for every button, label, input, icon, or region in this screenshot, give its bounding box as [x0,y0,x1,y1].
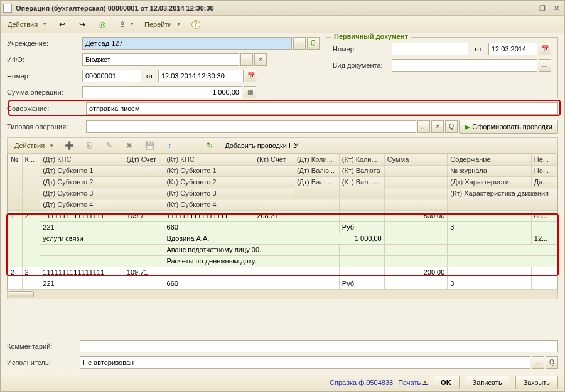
col-dt-qty[interactable]: (Дт) Коли... [294,154,339,166]
sum-label: Сумма операции: [7,88,80,96]
table-row[interactable]: Расчеты по денежным доку... [8,256,557,267]
copy-icon: ⎘ [84,140,94,151]
comment-label: Комментарий: [7,342,73,350]
export-icon: ⇪ [117,19,127,29]
content-field[interactable]: отправка писем [86,102,558,115]
save-button[interactable]: Записать [465,376,510,389]
ifo-field[interactable]: Бюджет [82,53,239,66]
type-op-lookup-button[interactable]: … [417,120,430,133]
move-up-button[interactable]: ↑ [161,139,178,152]
form-bottom: Комментарий: Исполнитель: Не авторизован… [1,336,564,373]
col-k[interactable]: К... [22,154,40,211]
col-kt-acct[interactable]: (Кт) Счет [254,154,294,166]
type-op-clear-button[interactable]: ✕ [431,120,444,133]
toolbar-btn-4[interactable]: ⇪▼ [114,18,137,31]
form-postings-button[interactable]: ▶ Сформировать проводки [459,120,558,134]
minimize-button[interactable]: — [523,3,534,13]
disk-icon: 💾 [144,140,154,151]
scrollbar-thumb[interactable] [9,291,34,297]
move-down-button[interactable]: ↓ [181,139,198,152]
refresh-button[interactable]: ↻ [202,139,218,152]
table-row[interactable]: 221 660 Руб 3 [8,222,557,233]
number-field[interactable]: 00000001 [82,70,141,82]
number-label: Номер: [7,72,80,80]
col-dt-kps[interactable]: (Дт) КПС [40,154,124,166]
chevron-down-icon: ▼ [176,21,181,27]
primary-date-calendar-button[interactable]: 📅 [539,43,551,55]
actions-menu[interactable]: Действия ▼ [4,19,50,30]
col-sum[interactable]: Сумма [384,154,448,166]
reference-link[interactable]: Справка ф.0504833 [330,379,393,386]
col-content[interactable]: Содержание [448,154,532,166]
date-field[interactable]: 12.03.2014 12:30:30 [158,70,244,82]
close-button[interactable]: Закрыть [515,376,558,389]
postings-grid[interactable]: № К... (Дт) КПС (Дт) Счет (Кт) КПС (Кт) … [7,154,558,290]
delete-icon: ✖ [124,140,134,151]
table-row[interactable]: услуги связи Вдовина А.А. 1 000,00 12... [8,233,557,245]
toolbar-btn-1[interactable]: ↩ [54,18,70,31]
chevron-down-icon: ▼ [49,143,54,149]
col-per[interactable]: Пе... [531,154,557,166]
table-row[interactable]: 221 660 Руб 3 [8,278,557,290]
primary-date-field[interactable]: 12.03.2014 [488,43,537,55]
window-title: Операция (бухгалтерская) 00000001 от 12.… [16,4,520,12]
copy-row-button[interactable]: ⎘ [81,139,97,152]
primary-number-label: Номер: [333,45,387,53]
toolbar-btn-2[interactable]: ↪ [74,18,90,31]
pencil-icon: ✎ [104,140,114,151]
institution-open-button[interactable]: Q [307,37,320,50]
delete-row-button[interactable]: ✖ [121,139,137,152]
ifo-clear-button[interactable]: ✕ [254,53,267,66]
form-top: Учреждение: Дет.сад 127 … Q ИФО: Бюджет … [1,33,564,101]
institution-field[interactable]: Дет.сад 127 [82,37,292,50]
arrow-left-icon: ↩ [57,19,67,29]
help-icon: ? [191,20,200,29]
grid-actions-menu[interactable]: Действия ▼ [11,140,57,151]
main-toolbar: Действия ▼ ↩ ↪ ◎ ⇪▼ Перейти ▼ ? [1,16,564,33]
institution-lookup-button[interactable]: … [293,37,306,50]
save-grid-button[interactable]: 💾 [141,139,158,152]
grid-h-scrollbar[interactable] [7,290,558,299]
primary-number-field[interactable] [392,43,468,55]
sum-field[interactable]: 1 000,00 [82,86,242,98]
arrow-down-icon: ↓ [185,140,195,151]
institution-label: Учреждение: [7,40,80,47]
executor-field[interactable]: Не авторизован [80,356,530,369]
goto-menu[interactable]: Перейти ▼ [141,19,185,30]
ifo-lookup-button[interactable]: … [240,53,253,66]
restore-button[interactable]: ❐ [537,3,548,13]
col-dt-acct[interactable]: (Дт) Счет [124,154,164,166]
col-n[interactable]: № [8,154,23,211]
add-row-button[interactable]: ➕ [61,139,77,152]
type-op-field[interactable] [86,120,416,133]
ifo-label: ИФО: [7,56,80,63]
print-menu[interactable]: Печать▼ [398,379,428,386]
form-left: Учреждение: Дет.сад 127 … Q ИФО: Бюджет … [7,37,320,98]
type-op-open-button[interactable]: Q [445,120,458,133]
plus-circle-icon: ➕ [64,140,74,151]
executor-open-button[interactable]: Q [546,356,558,369]
doctype-field[interactable] [392,59,537,72]
sum-calc-button[interactable]: ▦ [244,86,256,98]
table-row[interactable]: 1 2 1111111111111111 109.71 111111111111… [8,211,557,222]
form-mid: Содержание: отправка писем Типовая опера… [1,101,564,303]
arrow-up-icon: ↑ [164,140,175,151]
col-kt-kps[interactable]: (Кт) КПС [164,154,254,166]
help-button[interactable]: ? [188,18,203,31]
primary-legend: Первичный документ [331,33,411,40]
toolbar-btn-3[interactable]: ◎ [94,18,110,31]
col-kt-qty[interactable]: (Кт) Коли... [339,154,384,166]
ok-button[interactable]: OK [433,376,460,389]
table-row[interactable]: 2 2 1111111111111111 109.71 200,00 [8,267,557,278]
primary-document-fieldset: Первичный документ Номер: от 12.03.2014 … [326,37,558,98]
executor-lookup-button[interactable]: … [532,356,544,369]
add-nu-button[interactable]: Добавить проводки НУ [222,140,301,151]
edit-row-button[interactable]: ✎ [101,139,117,152]
comment-field[interactable] [80,340,558,352]
doctype-label: Вид документа: [333,61,387,69]
doctype-lookup-button[interactable]: … [539,59,551,72]
date-calendar-button[interactable]: 📅 [245,70,257,82]
grid-toolbar: Действия ▼ ➕ ⎘ ✎ ✖ 💾 ↑ ↓ ↻ Добавить пров… [7,137,558,154]
table-row[interactable]: Аванс подотчетному лицу 00... [8,245,557,256]
close-window-button[interactable]: ✕ [551,3,562,13]
